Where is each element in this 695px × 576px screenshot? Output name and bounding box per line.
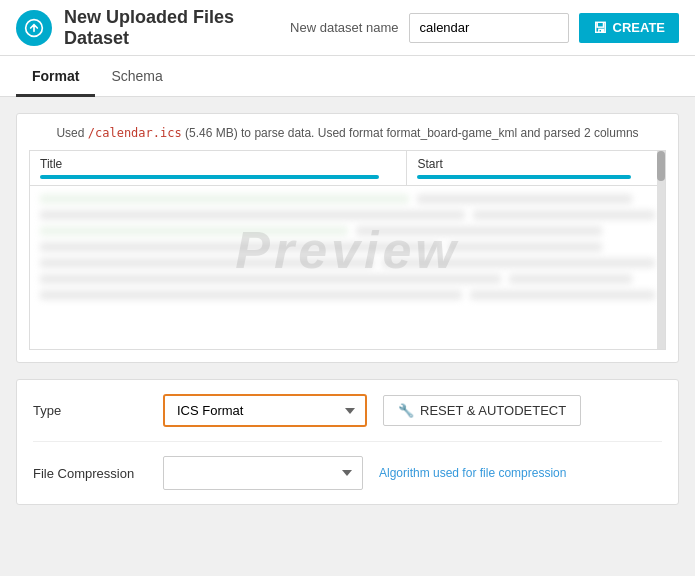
tabs-container: Format Schema	[0, 56, 695, 97]
preview-body	[30, 186, 665, 314]
reset-autodetect-button[interactable]: 🔧 RESET & AUTODETECT	[383, 395, 581, 426]
type-control: ICS Format CSV JSON XML KML 🔧 RESET & AU…	[163, 394, 662, 427]
col-bar-title	[40, 175, 379, 179]
scrollbar[interactable]	[657, 151, 665, 349]
page-title: New Uploaded Files Dataset	[64, 7, 290, 49]
compression-row: File Compression gzip bzip2 zip Algorith…	[33, 442, 662, 504]
tab-schema[interactable]: Schema	[95, 56, 178, 97]
preview-info: Used /calendar.ics (5.46 MB) to parse da…	[29, 126, 666, 140]
compression-select[interactable]: gzip bzip2 zip	[163, 456, 363, 490]
tab-format[interactable]: Format	[16, 56, 95, 97]
compression-label: File Compression	[33, 466, 163, 481]
type-row: Type ICS Format CSV JSON XML KML 🔧 RESET…	[33, 380, 662, 442]
preview-panel: Used /calendar.ics (5.46 MB) to parse da…	[16, 113, 679, 363]
col-header-start: Start	[407, 151, 665, 185]
col-header-title: Title	[30, 151, 407, 185]
preview-table: Title Start Preview	[29, 150, 666, 350]
compression-hint: Algorithm used for file compression	[379, 466, 566, 480]
type-label: Type	[33, 403, 163, 418]
file-link: /calendar.ics	[88, 126, 182, 140]
type-select-wrapper: ICS Format CSV JSON XML KML	[163, 394, 367, 427]
wrench-icon: 🔧	[398, 403, 414, 418]
options-panel: Type ICS Format CSV JSON XML KML 🔧 RESET…	[16, 379, 679, 505]
type-select[interactable]: ICS Format CSV JSON XML KML	[165, 396, 365, 425]
scrollbar-thumb[interactable]	[657, 151, 665, 181]
main-content: Used /calendar.ics (5.46 MB) to parse da…	[0, 97, 695, 521]
app-header: New Uploaded Files Dataset New dataset n…	[0, 0, 695, 56]
dataset-name-section: New dataset name 🖫 CREATE	[290, 13, 679, 43]
dataset-name-input[interactable]	[409, 13, 569, 43]
app-logo	[16, 10, 52, 46]
dataset-name-label: New dataset name	[290, 20, 398, 35]
create-button[interactable]: 🖫 CREATE	[579, 13, 679, 43]
preview-table-header: Title Start	[30, 151, 665, 186]
save-icon: 🖫	[593, 20, 607, 36]
col-bar-start	[417, 175, 631, 179]
compression-control: gzip bzip2 zip Algorithm used for file c…	[163, 456, 662, 490]
